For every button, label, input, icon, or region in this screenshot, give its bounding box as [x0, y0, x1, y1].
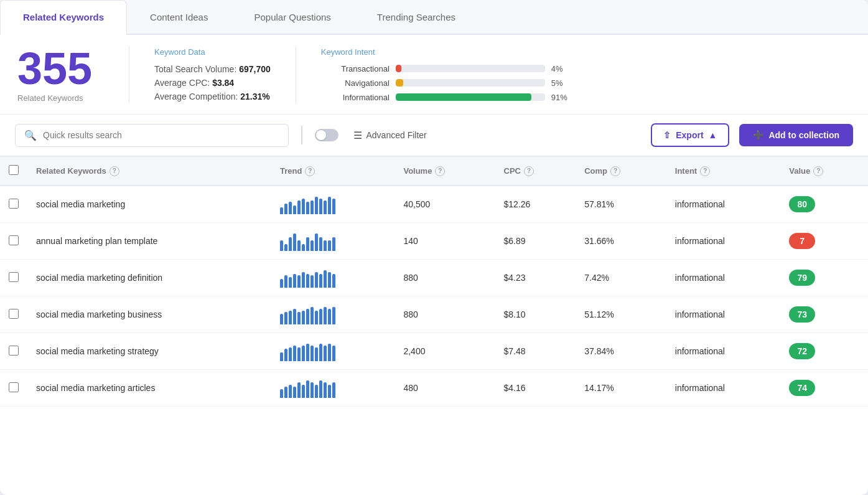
col-header-keywords: Related Keywords ? — [27, 157, 271, 186]
row-value: 72 — [780, 333, 868, 370]
col-trend-help-icon[interactable]: ? — [305, 166, 315, 176]
trend-bar-segment — [332, 307, 335, 324]
row-value: 7 — [780, 223, 868, 260]
keyword-intent-block: Keyword Intent Transactional 4% Navigati… — [296, 46, 851, 103]
row-checkbox-cell[interactable] — [0, 296, 27, 333]
trend-bar-segment — [293, 274, 296, 288]
tab-related-keywords[interactable]: Related Keywords — [0, 0, 127, 35]
trend-bar-segment — [302, 346, 305, 361]
col-cpc-help-icon[interactable]: ? — [524, 166, 534, 176]
export-button[interactable]: ⇧ Export ▲ — [651, 123, 729, 147]
row-volume: 40,500 — [394, 186, 495, 223]
total-search-volume-label: Total Search Volume: — [154, 64, 239, 74]
intent-navigational-bar-bg — [396, 79, 545, 87]
col-volume-help-icon[interactable]: ? — [435, 166, 445, 176]
keyword-count-number: 355 — [17, 46, 111, 91]
row-checkbox[interactable] — [9, 309, 19, 319]
trend-bar-segment — [293, 387, 296, 398]
col-header-intent: Intent ? — [666, 157, 780, 186]
row-checkbox[interactable] — [9, 235, 19, 245]
tab-bar: Related Keywords Content Ideas Popular Q… — [0, 0, 868, 35]
average-cpc-value: $3.84 — [212, 78, 234, 88]
trend-bar-segment — [284, 204, 287, 214]
trend-bar-segment — [306, 274, 309, 288]
keyword-intent-title: Keyword Intent — [321, 47, 826, 57]
toggle-wrap[interactable] — [315, 129, 338, 141]
tab-popular-questions[interactable]: Popular Questions — [231, 0, 353, 34]
intent-informational-pct: 91% — [551, 93, 574, 102]
trend-bar-segment — [328, 309, 331, 324]
trend-bar-segment — [280, 240, 283, 251]
keyword-data-title: Keyword Data — [154, 47, 271, 57]
row-checkbox[interactable] — [9, 199, 19, 209]
toggle-switch[interactable] — [315, 129, 338, 141]
trend-bar-segment — [328, 197, 331, 214]
search-box[interactable]: 🔍 — [15, 124, 289, 147]
search-icon: 🔍 — [24, 130, 37, 141]
intent-informational-label: Informational — [321, 93, 390, 102]
toolbar-divider — [301, 126, 302, 144]
trend-bar-segment — [319, 274, 322, 288]
average-competition-row: Average Competition: 21.31% — [154, 92, 271, 101]
col-value-help-icon[interactable]: ? — [813, 166, 823, 176]
row-checkbox-cell[interactable] — [0, 186, 27, 223]
trend-bar-segment — [324, 200, 327, 214]
row-comp: 37.84% — [576, 333, 666, 370]
trend-bar-segment — [289, 202, 292, 214]
keyword-data-block: Keyword Data Total Search Volume: 697,70… — [129, 46, 296, 103]
row-checkbox-cell[interactable] — [0, 260, 27, 296]
trend-bar-segment — [280, 279, 283, 288]
trend-bar-segment — [302, 311, 305, 324]
trend-bar-segment — [302, 199, 305, 214]
tab-trending-searches[interactable]: Trending Searches — [354, 0, 478, 34]
intent-informational-row: Informational 91% — [321, 93, 826, 102]
trend-bar-segment — [289, 311, 292, 324]
trend-bar-segment — [293, 346, 296, 361]
trend-bar-segment — [315, 347, 318, 361]
col-comp-help-icon[interactable]: ? — [610, 166, 620, 176]
trend-bar-segment — [284, 387, 287, 398]
row-checkbox-cell[interactable] — [0, 333, 27, 370]
average-competition-value: 21.31% — [240, 92, 269, 101]
trend-bar-segment — [319, 199, 322, 214]
value-badge: 80 — [789, 196, 815, 212]
intent-transactional-row: Transactional 4% — [321, 64, 826, 73]
trend-bars — [280, 341, 386, 361]
row-keyword: social media marketing — [27, 186, 271, 223]
select-all-header[interactable] — [0, 157, 27, 186]
average-cpc-row: Average CPC: $3.84 — [154, 78, 271, 88]
intent-informational-bar-bg — [396, 93, 545, 101]
row-intent: informational — [666, 186, 780, 223]
row-checkbox[interactable] — [9, 382, 19, 392]
trend-bar-segment — [328, 344, 331, 361]
row-trend — [271, 260, 394, 296]
trend-bar-segment — [315, 272, 318, 288]
trend-bar-segment — [302, 272, 305, 288]
search-input[interactable] — [43, 130, 279, 140]
row-checkbox[interactable] — [9, 346, 19, 356]
trend-bar-segment — [310, 346, 314, 361]
trend-bar-segment — [297, 382, 301, 398]
select-all-checkbox[interactable] — [9, 165, 19, 175]
advanced-filter-button[interactable]: ☰ Advanced Filter — [348, 130, 432, 141]
trend-bar-segment — [306, 237, 309, 251]
add-to-collection-button[interactable]: ➕ Add to collection — [739, 124, 853, 146]
trend-bar-segment — [324, 270, 327, 288]
trend-bar-segment — [332, 237, 335, 251]
col-keywords-help-icon[interactable]: ? — [110, 166, 119, 176]
row-checkbox-cell[interactable] — [0, 223, 27, 260]
trend-bar-segment — [324, 382, 327, 398]
tab-content-ideas[interactable]: Content Ideas — [127, 0, 231, 34]
trend-bar-segment — [302, 244, 305, 251]
trend-bar-segment — [297, 312, 301, 324]
col-intent-help-icon[interactable]: ? — [700, 166, 710, 176]
trend-bar-segment — [315, 311, 318, 324]
row-intent: informational — [666, 296, 780, 333]
trend-bars — [280, 194, 386, 214]
row-checkbox-cell[interactable] — [0, 370, 27, 407]
row-checkbox[interactable] — [9, 272, 19, 282]
keyword-count-block: 355 Related Keywords — [17, 46, 129, 103]
row-cpc: $4.23 — [495, 260, 576, 296]
row-keyword: social media marketing strategy — [27, 333, 271, 370]
intent-transactional-bar-fill — [396, 65, 402, 72]
